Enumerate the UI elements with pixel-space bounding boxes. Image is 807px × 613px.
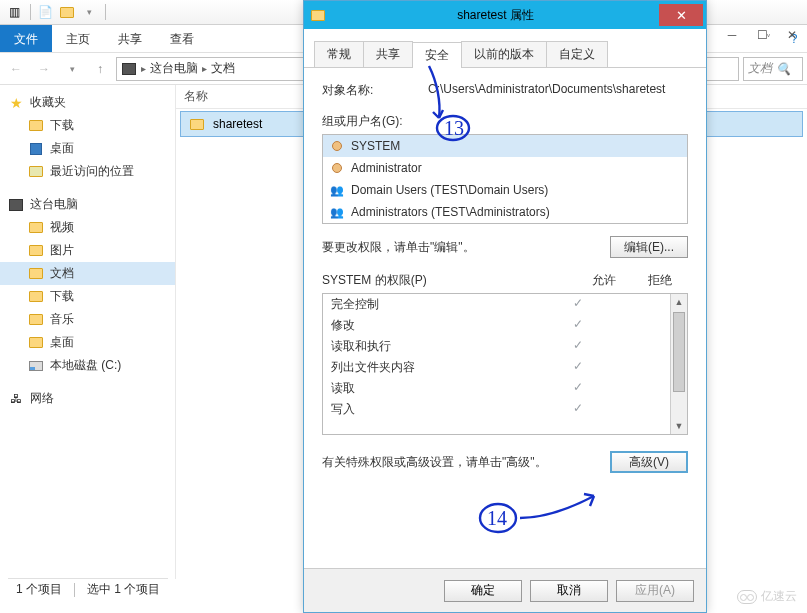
nav-item-documents[interactable]: 文档 <box>0 262 175 285</box>
dialog-tabs: 常规 共享 安全 以前的版本 自定义 <box>304 29 706 68</box>
folder-icon <box>28 335 44 351</box>
scroll-down-icon[interactable]: ▼ <box>671 418 687 434</box>
nav-favorites-label: 收藏夹 <box>30 94 66 111</box>
cancel-button[interactable]: 取消 <box>530 580 608 602</box>
group-item-domain-users[interactable]: 👥Domain Users (TEST\Domain Users) <box>323 179 687 201</box>
group-icon: 👥 <box>329 182 345 198</box>
folder-icon <box>28 312 44 328</box>
perm-row: 读取和执行✓ <box>323 336 670 357</box>
tab-previous-versions[interactable]: 以前的版本 <box>461 41 547 67</box>
check-icon: ✓ <box>550 338 606 355</box>
folder-icon <box>28 243 44 259</box>
scrollbar[interactable]: ▲ ▼ <box>670 294 687 434</box>
qat-dropdown-icon[interactable]: ▾ <box>79 2 99 22</box>
nav-up-button[interactable]: ↑ <box>88 57 112 81</box>
nav-network-header[interactable]: 🖧 网络 <box>0 387 175 410</box>
bg-minimize-button[interactable]: ─ <box>717 24 747 46</box>
folder-icon <box>28 289 44 305</box>
tab-general[interactable]: 常规 <box>314 41 364 67</box>
nav-item-downloads[interactable]: 下载 <box>0 114 175 137</box>
nav-item-desktop[interactable]: 桌面 <box>0 137 175 160</box>
group-icon: 👥 <box>329 204 345 220</box>
tab-sharing[interactable]: 共享 <box>363 41 413 67</box>
status-selection: 选中 1 个项目 <box>87 581 160 598</box>
search-input[interactable]: 文档 🔍 <box>743 57 803 81</box>
ribbon-tab-share[interactable]: 共享 <box>104 25 156 52</box>
dialog-titlebar[interactable]: sharetest 属性 ✕ <box>304 1 706 29</box>
check-icon: ✓ <box>550 317 606 334</box>
qat-properties-icon[interactable]: ▥ <box>4 2 24 22</box>
bg-close-button[interactable]: ✕ <box>777 24 807 46</box>
nav-item-desktop2[interactable]: 桌面 <box>0 331 175 354</box>
breadcrumb-current[interactable]: 文档 <box>211 60 235 77</box>
nav-thispc-header[interactable]: 这台电脑 <box>0 193 175 216</box>
nav-forward-button[interactable]: → <box>32 57 56 81</box>
group-users-label: 组或用户名(G): <box>322 113 688 130</box>
nav-recent-dropdown[interactable]: ▾ <box>60 57 84 81</box>
user-icon <box>329 138 345 154</box>
perm-row: 修改✓ <box>323 315 670 336</box>
search-icon: 🔍 <box>776 62 791 76</box>
edit-button[interactable]: 编辑(E)... <box>610 236 688 258</box>
perm-header-deny: 拒绝 <box>632 272 688 289</box>
ribbon-tab-home[interactable]: 主页 <box>52 25 104 52</box>
nav-favorites-header[interactable]: ★ 收藏夹 <box>0 91 175 114</box>
recent-icon <box>28 164 44 180</box>
folder-icon <box>189 116 205 132</box>
nav-item-music[interactable]: 音乐 <box>0 308 175 331</box>
perm-row: 读取✓ <box>323 378 670 399</box>
folder-icon <box>28 220 44 236</box>
file-tab[interactable]: 文件 <box>0 25 52 52</box>
nav-back-button[interactable]: ← <box>4 57 28 81</box>
tab-security[interactable]: 安全 <box>412 42 462 68</box>
search-placeholder: 文档 <box>748 60 772 77</box>
chevron-right-icon[interactable]: ▸ <box>141 63 146 74</box>
group-item-administrators[interactable]: 👥Administrators (TEST\Administrators) <box>323 201 687 223</box>
qat-folder-icon[interactable] <box>57 2 77 22</box>
folder-icon <box>28 118 44 134</box>
properties-dialog: sharetest 属性 ✕ 常规 共享 安全 以前的版本 自定义 对象名称: … <box>303 0 707 613</box>
nav-network-label: 网络 <box>30 390 54 407</box>
advanced-button[interactable]: 高级(V) <box>610 451 688 473</box>
nav-item-pictures[interactable]: 图片 <box>0 239 175 262</box>
scroll-up-icon[interactable]: ▲ <box>671 294 687 310</box>
advanced-hint: 有关特殊权限或高级设置，请单击"高级"。 <box>322 454 547 471</box>
perm-row: 写入✓ <box>323 399 670 420</box>
computer-icon <box>8 197 24 213</box>
ribbon-tab-view[interactable]: 查看 <box>156 25 208 52</box>
object-name-value: C:\Users\Administrator\Documents\sharete… <box>428 82 665 99</box>
group-item-system[interactable]: SYSTEM <box>323 135 687 157</box>
qat-newfolder-icon[interactable]: 📄 <box>35 2 55 22</box>
disk-icon <box>28 358 44 374</box>
nav-item-videos[interactable]: 视频 <box>0 216 175 239</box>
bg-maximize-button[interactable]: ☐ <box>747 24 777 46</box>
computer-icon <box>121 61 137 77</box>
navigation-pane: ★ 收藏夹 下载 桌面 最近访问的位置 这台电脑 视频 图片 文档 下载 音乐 … <box>0 85 176 579</box>
group-users-list[interactable]: SYSTEM Administrator 👥Domain Users (TEST… <box>322 134 688 224</box>
check-icon: ✓ <box>550 359 606 376</box>
folder-icon <box>28 266 44 282</box>
watermark: 亿速云 <box>737 588 797 605</box>
object-name-label: 对象名称: <box>322 82 412 99</box>
dialog-title: sharetest 属性 <box>332 7 659 24</box>
apply-button[interactable]: 应用(A) <box>616 580 694 602</box>
perm-header-allow: 允许 <box>576 272 632 289</box>
status-count: 1 个项目 <box>16 581 62 598</box>
tab-customize[interactable]: 自定义 <box>546 41 608 67</box>
group-item-administrator[interactable]: Administrator <box>323 157 687 179</box>
desktop-icon <box>28 141 44 157</box>
dialog-footer: 确定 取消 应用(A) <box>304 568 706 612</box>
permissions-list: 完全控制✓ 修改✓ 读取和执行✓ 列出文件夹内容✓ 读取✓ 写入✓ ▲ ▼ <box>322 293 688 435</box>
scroll-thumb[interactable] <box>673 312 685 392</box>
nav-item-downloads2[interactable]: 下载 <box>0 285 175 308</box>
chevron-right-icon[interactable]: ▸ <box>202 63 207 74</box>
ok-button[interactable]: 确定 <box>444 580 522 602</box>
dialog-close-button[interactable]: ✕ <box>659 4 703 26</box>
user-icon <box>329 160 345 176</box>
nav-item-recent[interactable]: 最近访问的位置 <box>0 160 175 183</box>
dialog-body: 对象名称: C:\Users\Administrator\Documents\s… <box>304 68 706 568</box>
nav-item-localdisk[interactable]: 本地磁盘 (C:) <box>0 354 175 377</box>
breadcrumb-root[interactable]: 这台电脑 <box>150 60 198 77</box>
watermark-icon <box>737 590 757 604</box>
perm-header-name: SYSTEM 的权限(P) <box>322 272 576 289</box>
